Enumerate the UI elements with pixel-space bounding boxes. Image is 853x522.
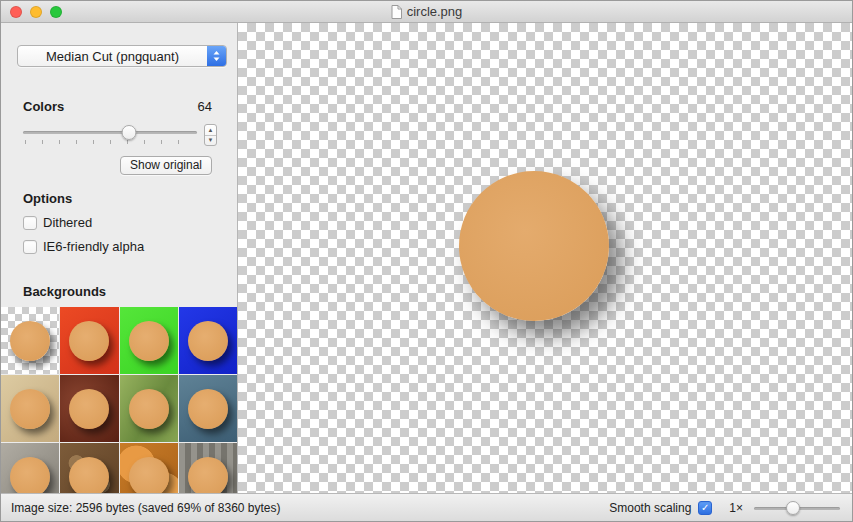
show-original-row: Show original (1, 156, 212, 175)
background-thumbnail-leaves[interactable] (120, 375, 178, 442)
zoom-slider-thumb[interactable] (786, 501, 800, 515)
options-heading: Options (23, 191, 237, 206)
popup-chevrons-icon (207, 46, 226, 66)
background-thumbnail-rust[interactable] (60, 375, 118, 442)
colors-slider-ticks (25, 140, 195, 144)
background-thumbnail-green[interactable] (120, 307, 178, 374)
dithered-label: Dithered (43, 215, 92, 230)
backgrounds-heading: Backgrounds (23, 284, 237, 299)
sidebar: Median Cut (pngquant) Colors 64 (1, 23, 238, 493)
preview-image (459, 171, 609, 321)
colors-slider-thumb[interactable] (122, 125, 137, 140)
background-thumbnail-oranges[interactable] (120, 443, 178, 493)
background-thumbnail-blue[interactable] (179, 307, 237, 374)
algorithm-select-row: Median Cut (pngquant) (17, 45, 227, 67)
app-window: circle.png Median Cut (pngquant) Colo (0, 0, 853, 522)
zoom-level-label: 1× (729, 501, 743, 515)
smooth-scaling-label: Smooth scaling (609, 501, 691, 515)
thumbnail-circle (129, 389, 169, 429)
thumbnail-circle (69, 321, 109, 361)
stepper-up-icon[interactable]: ▲ (205, 125, 216, 136)
colors-slider-track (23, 131, 197, 134)
dithered-checkbox[interactable] (23, 216, 37, 230)
thumbnail-circle (10, 321, 50, 361)
show-original-button[interactable]: Show original (120, 156, 212, 175)
smooth-scaling-checkbox[interactable]: ✓ (698, 501, 712, 515)
thumbnail-circle (129, 457, 169, 494)
background-thumbnail-transparent[interactable] (1, 307, 59, 374)
close-button[interactable] (10, 6, 22, 18)
colors-slider-row: ▲ ▼ (23, 124, 217, 146)
ie6-alpha-row: IE6-friendly alpha (23, 239, 237, 254)
window-title-area: circle.png (391, 4, 463, 19)
colors-stepper[interactable]: ▲ ▼ (204, 124, 217, 146)
background-thumbnail-sand[interactable] (1, 375, 59, 442)
image-size-text: Image size: 2596 bytes (saved 69% of 836… (11, 501, 281, 515)
content: Median Cut (pngquant) Colors 64 (1, 23, 852, 493)
thumbnail-circle (129, 321, 169, 361)
backgrounds-grid (1, 307, 237, 493)
statusbar-right: Smooth scaling ✓ 1× (609, 500, 840, 516)
thumbnail-circle (188, 457, 228, 494)
window-title: circle.png (407, 4, 463, 19)
thumbnail-circle (10, 457, 50, 494)
background-thumbnail-bark[interactable] (179, 443, 237, 493)
colors-label: Colors (23, 99, 64, 114)
ie6-alpha-label: IE6-friendly alpha (43, 239, 144, 254)
thumbnail-circle (188, 321, 228, 361)
traffic-lights (10, 6, 62, 18)
colors-value: 64 (198, 99, 212, 114)
background-thumbnail-red[interactable] (60, 307, 118, 374)
fullscreen-button[interactable] (50, 6, 62, 18)
thumbnail-circle (188, 389, 228, 429)
thumbnail-circle (10, 389, 50, 429)
background-thumbnail-pebbles[interactable] (60, 443, 118, 493)
document-icon (391, 5, 402, 19)
ie6-alpha-checkbox[interactable] (23, 240, 37, 254)
stepper-down-icon[interactable]: ▼ (205, 136, 216, 146)
algorithm-select-value: Median Cut (pngquant) (18, 46, 207, 66)
algorithm-select[interactable]: Median Cut (pngquant) (17, 45, 227, 67)
statusbar: Image size: 2596 bytes (saved 69% of 836… (1, 493, 852, 521)
zoom-slider[interactable] (754, 500, 840, 516)
titlebar: circle.png (1, 1, 852, 23)
thumbnail-circle (69, 389, 109, 429)
background-thumbnail-stone[interactable] (1, 443, 59, 493)
dithered-row: Dithered (23, 215, 237, 230)
minimize-button[interactable] (30, 6, 42, 18)
colors-slider[interactable] (23, 124, 197, 146)
thumbnail-circle (69, 457, 109, 494)
colors-row: Colors 64 (23, 99, 212, 114)
background-thumbnail-water[interactable] (179, 375, 237, 442)
image-canvas[interactable] (238, 23, 852, 493)
